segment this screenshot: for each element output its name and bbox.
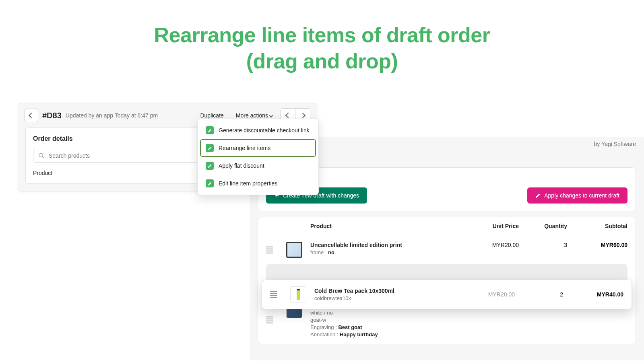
menu-item-label: Generate discountable checkout link <box>219 127 310 134</box>
order-id: #D83 <box>42 111 62 120</box>
th-product: Product <box>310 223 462 229</box>
apply-changes-button[interactable]: Apply changes to current draft <box>527 187 627 204</box>
unit-price: MYR20.00 <box>458 291 515 298</box>
order-meta: Updated by an app Today at 6:47 pm <box>66 112 158 119</box>
th-qty: Quantity <box>519 223 567 229</box>
pencil-icon <box>206 144 214 152</box>
arrow-left-icon <box>29 113 34 118</box>
svg-line-1 <box>42 156 44 158</box>
subtotal: MYR40.00 <box>563 291 623 298</box>
unit-price: MYR20.00 <box>462 242 519 248</box>
chevron-down-icon <box>269 113 273 117</box>
svg-point-0 <box>39 153 43 157</box>
back-button[interactable] <box>25 109 38 122</box>
hero-line1: Rearrange line items of draft order <box>0 22 644 48</box>
hero-title: Rearrange line items of draft order (dra… <box>0 0 644 74</box>
menu-flat-discount[interactable]: Apply flat discount <box>200 157 316 175</box>
dragged-row[interactable]: Cold Brew Tea pack 10x300ml coldbrewtea1… <box>262 280 632 309</box>
byline: by Yagi Software <box>594 141 636 147</box>
button-label: Apply changes to current draft <box>544 192 619 199</box>
menu-generate-link[interactable]: Generate discountable checkout link <box>200 121 316 139</box>
th-price: Unit Price <box>462 223 519 229</box>
search-icon <box>38 152 45 159</box>
drag-handle[interactable] <box>266 317 286 323</box>
unsaved-warning: ed changes. <box>266 175 627 182</box>
th-subtotal: Subtotal <box>567 223 627 229</box>
product-sku: goat-w <box>310 317 462 323</box>
menu-edit-properties[interactable]: Edit line item properties <box>200 175 316 192</box>
quantity: 3 <box>519 242 567 248</box>
hero-line2: (drag and drop) <box>0 48 644 74</box>
product-thumb <box>286 242 302 258</box>
more-actions-label: More actions <box>236 112 268 119</box>
product-meta: frame : no <box>310 249 462 255</box>
chevron-left-icon <box>285 113 291 118</box>
product-sku: coldbrewtea10x <box>314 295 458 301</box>
drag-icon <box>266 247 273 253</box>
product-prop: Engraving : Best goat <box>310 324 462 330</box>
pencil-icon <box>206 126 214 134</box>
pencil-icon <box>535 193 541 198</box>
chevron-right-icon <box>300 113 305 118</box>
pencil-icon <box>206 162 214 170</box>
table-header: Product Unit Price Quantity Subtotal <box>258 217 636 235</box>
product-thumb <box>290 286 306 302</box>
drag-handle[interactable] <box>266 242 286 258</box>
drag-handle[interactable] <box>270 286 290 302</box>
table-row[interactable]: Uncancellable limited edition print fram… <box>258 235 636 264</box>
menu-item-label: Edit line item properties <box>219 180 277 187</box>
product-prop: Annotation : Happy birthday <box>310 331 462 337</box>
menu-item-label: Rearrange line items <box>219 145 270 151</box>
product-name: Uncancellable limited edition print <box>310 242 462 248</box>
product-variant: white / no <box>310 310 462 316</box>
quantity: 2 <box>515 291 563 298</box>
drag-icon <box>270 291 277 298</box>
menu-item-label: Apply flat discount <box>219 162 264 169</box>
menu-rearrange[interactable]: Rearrange line items <box>200 139 316 157</box>
more-actions-menu: Generate discountable checkout link Rear… <box>197 119 319 195</box>
subtotal: MYR60.00 <box>567 242 627 248</box>
pencil-icon <box>206 179 214 187</box>
drag-icon <box>266 317 273 323</box>
product-name: Cold Brew Tea pack 10x300ml <box>314 288 458 294</box>
